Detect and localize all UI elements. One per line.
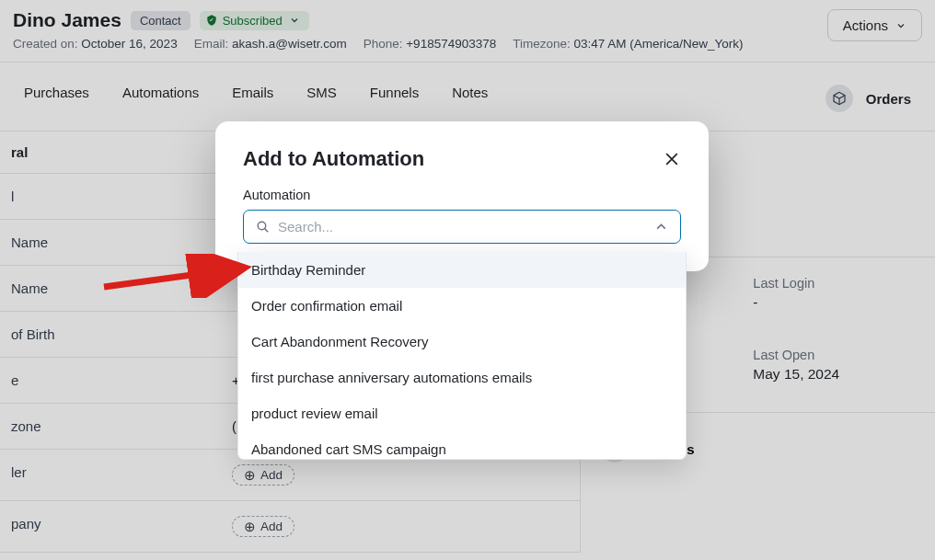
svg-point-3 — [258, 222, 266, 230]
chevron-up-icon — [653, 219, 669, 234]
dropdown-option[interactable]: Birthday Reminder — [238, 252, 686, 288]
dropdown-option[interactable]: Abandoned cart SMS campaign — [238, 431, 686, 460]
automation-select[interactable] — [243, 210, 681, 244]
dropdown-option[interactable]: Cart Abandonment Recovery — [238, 324, 686, 360]
automation-dropdown: Birthday Reminder Order confirmation ema… — [237, 252, 687, 460]
close-icon[interactable] — [663, 150, 681, 168]
dropdown-option[interactable]: Order confirmation email — [238, 288, 686, 324]
dropdown-option[interactable]: first purchase anniversary automations e… — [238, 360, 686, 395]
add-to-automation-modal: Add to Automation Automation — [215, 121, 709, 271]
modal-title: Add to Automation — [243, 147, 424, 171]
automation-field-label: Automation — [243, 188, 681, 202]
search-input[interactable] — [278, 219, 646, 234]
search-icon — [255, 219, 271, 234]
dropdown-option[interactable]: product review email — [238, 395, 686, 431]
